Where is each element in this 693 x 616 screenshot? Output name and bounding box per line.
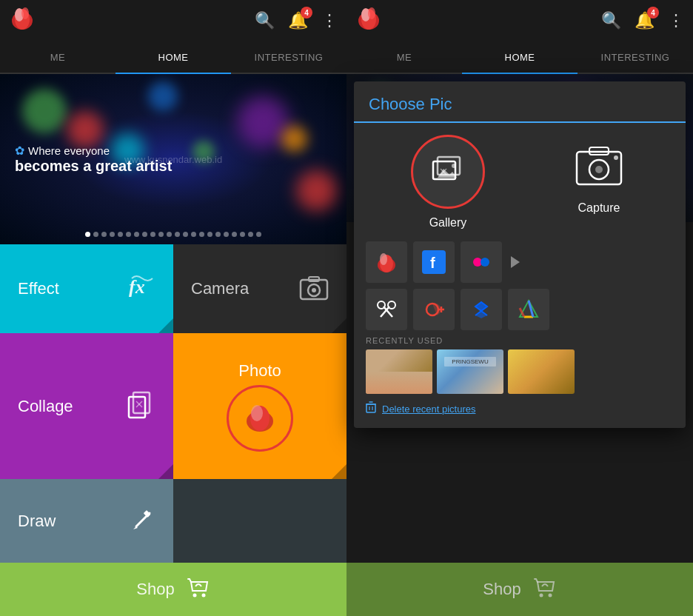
svg-rect-18 [144, 510, 151, 518]
svg-marker-52 [475, 302, 487, 311]
top-bar-actions-left: 🔍 🔔 4 ⋮ [255, 11, 338, 30]
delete-recent[interactable]: Delete recent pictures [354, 401, 686, 416]
recent-thumb-3[interactable] [508, 349, 575, 394]
google-plus-social-icon[interactable] [413, 289, 455, 330]
more-social-arrow[interactable] [508, 241, 523, 283]
hero-dots [85, 232, 261, 237]
notification-icon-left[interactable]: 🔔 4 [288, 11, 308, 30]
delete-recent-text: Delete recent pictures [382, 404, 475, 415]
svg-point-38 [380, 253, 387, 265]
aviary-social-icon[interactable] [366, 289, 407, 330]
tab-me-right[interactable]: ME [346, 41, 462, 73]
left-panel: 🔍 🔔 4 ⋮ ME HOME INTERESTING [0, 0, 346, 616]
social-row-1: f [354, 241, 686, 283]
hero-section-left: ✿ Where everyone becomes a great artist … [0, 74, 346, 244]
top-bar-right: 🔍 🔔 4 ⋮ [346, 0, 693, 41]
photo-cell[interactable]: Photo [173, 333, 346, 479]
svg-point-24 [368, 7, 375, 19]
svg-point-19 [192, 594, 196, 597]
photo-circle [227, 385, 293, 452]
right-panel: 🔍 🔔 4 ⋮ ME HOME INTERESTING Choose Pic [346, 0, 693, 616]
collage-icon [127, 391, 155, 422]
tab-home-right[interactable]: HOME [462, 41, 578, 73]
search-icon-left[interactable]: 🔍 [255, 11, 275, 30]
draw-cell[interactable]: Draw [0, 479, 173, 563]
collage-label: Collage [18, 397, 73, 416]
svg-point-20 [201, 594, 205, 597]
watermark: www.kusnendar.web.id [124, 154, 222, 165]
camera-cell[interactable]: Camera [173, 244, 346, 333]
gallery-label: Gallery [429, 216, 467, 230]
capture-icon-container [569, 135, 629, 194]
recent-thumb-1[interactable] [366, 349, 432, 394]
svg-point-35 [614, 155, 618, 160]
svg-point-3 [21, 7, 29, 19]
grid-menu: Effect fx Camera [0, 244, 346, 563]
photo-label: Photo [238, 361, 281, 381]
tab-interesting-left[interactable]: INTERESTING [231, 41, 346, 73]
facebook-social-icon[interactable]: f [413, 241, 455, 283]
dropbox-social-icon[interactable] [461, 289, 502, 330]
google-drive-social-icon[interactable] [508, 289, 549, 330]
nav-tabs-left: ME HOME INTERESTING [0, 41, 346, 74]
trash-icon [366, 401, 376, 416]
gallery-circle [411, 135, 485, 209]
shop-bar-right[interactable]: Shop [346, 563, 693, 616]
capture-option[interactable]: Capture [569, 135, 629, 215]
svg-rect-26 [438, 157, 460, 175]
tab-interesting-right[interactable]: INTERESTING [578, 41, 693, 73]
recently-used-label: RECENTLY USED [354, 336, 686, 345]
logo-right [355, 6, 382, 36]
collage-cell[interactable]: Collage [0, 333, 173, 479]
social-row-2 [354, 289, 686, 330]
camera-icon [299, 274, 329, 304]
shop-label-right: Shop [483, 580, 520, 599]
picsart-social-icon[interactable] [366, 241, 407, 283]
shop-bar-left[interactable]: Shop [0, 563, 346, 616]
svg-text:f: f [430, 255, 435, 271]
logo-left [9, 6, 36, 36]
svg-point-15 [251, 405, 263, 421]
gallery-option[interactable]: Gallery [411, 135, 485, 230]
tab-me-left[interactable]: ME [0, 41, 116, 73]
shop-icon-right [533, 576, 557, 603]
empty-cell [173, 479, 346, 563]
more-icon-left[interactable]: ⋮ [321, 11, 338, 30]
notification-badge-left: 4 [301, 7, 312, 19]
svg-point-42 [481, 258, 489, 267]
choose-pic-options: Gallery Capture [354, 135, 686, 241]
notification-icon-right[interactable]: 🔔 4 [635, 11, 654, 30]
top-bar-left: 🔍 🔔 4 ⋮ [0, 0, 346, 41]
top-bar-actions-right: 🔍 🔔 4 ⋮ [601, 11, 684, 30]
svg-rect-58 [366, 404, 375, 412]
svg-point-63 [539, 594, 543, 597]
flickr-social-icon[interactable] [461, 241, 502, 283]
more-icon-right[interactable]: ⋮ [668, 11, 684, 30]
effect-label: Effect [18, 279, 59, 298]
capture-label: Capture [578, 201, 620, 215]
recent-thumbnails: PRINGSEWU [354, 349, 686, 394]
tab-home-left[interactable]: HOME [116, 41, 231, 73]
shop-icon-left [187, 576, 210, 603]
shop-label-left: Shop [136, 580, 174, 599]
svg-point-64 [548, 594, 552, 597]
draw-label: Draw [18, 512, 56, 531]
recent-thumb-2[interactable]: PRINGSEWU [437, 349, 503, 394]
choose-pic-title: Choose Pic [354, 81, 686, 123]
choose-pic-overlay: Choose Pic Gallery [354, 81, 686, 428]
svg-point-8 [312, 288, 316, 292]
nav-tabs-right: ME HOME INTERESTING [346, 41, 693, 74]
notification-badge-right: 4 [647, 7, 659, 19]
svg-marker-43 [511, 256, 520, 268]
effect-icon: fx [127, 272, 155, 306]
svg-point-30 [452, 164, 456, 168]
draw-icon [130, 507, 155, 535]
svg-marker-29 [438, 169, 457, 178]
svg-marker-53 [475, 311, 487, 318]
search-icon-right[interactable]: 🔍 [601, 11, 621, 30]
effect-cell[interactable]: Effect fx [0, 244, 173, 333]
camera-label: Camera [191, 279, 249, 298]
svg-point-33 [595, 166, 603, 173]
